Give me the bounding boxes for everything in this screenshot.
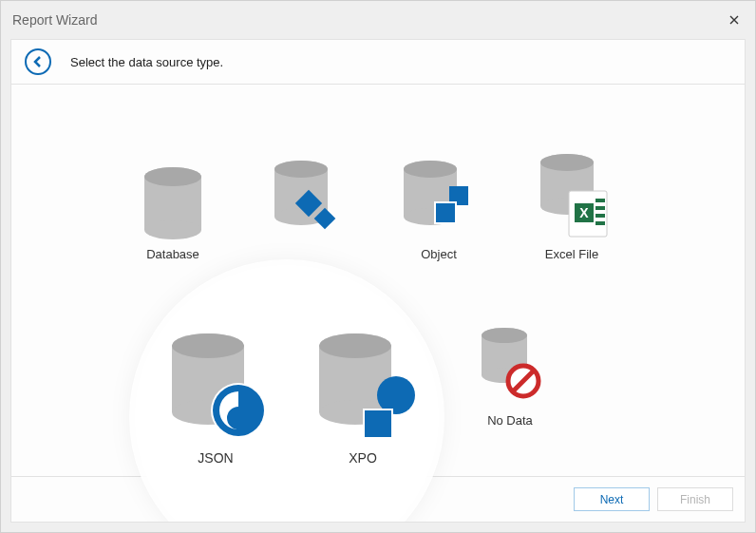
svg-point-7 (274, 161, 328, 178)
tile-label: Excel File (505, 247, 638, 261)
svg-text:X: X (579, 205, 589, 220)
wizard-window: Report Wizard Select the data source typ… (0, 0, 756, 533)
svg-point-31 (482, 328, 527, 343)
titlebar: Report Wizard (1, 1, 755, 39)
excel-icon: X (527, 151, 617, 241)
tile-label: Object (372, 247, 505, 261)
finish-button: Finish (657, 487, 733, 511)
close-button[interactable] (725, 12, 744, 28)
content-panel: Select the data source type. Database (10, 39, 746, 523)
svg-point-3 (144, 167, 201, 186)
header-bar: Select the data source type. (11, 40, 745, 85)
tile-label: XPO (292, 450, 434, 466)
tile-xpo[interactable]: XPO (292, 327, 434, 466)
svg-point-44 (319, 333, 391, 358)
svg-point-20 (540, 154, 594, 171)
window-title: Report Wizard (12, 12, 97, 28)
svg-point-13 (404, 161, 457, 178)
next-button[interactable]: Next (574, 487, 650, 511)
close-icon (729, 15, 739, 25)
tile-excel[interactable]: X Excel File (505, 151, 638, 261)
tile-label: JSON (144, 450, 287, 466)
tile-label: Database (106, 247, 239, 261)
svg-rect-47 (365, 410, 391, 437)
tile-json[interactable]: JSON (144, 327, 287, 466)
instruction-text: Select the data source type. (70, 55, 223, 69)
xpo-icon (306, 327, 420, 441)
svg-point-38 (172, 333, 244, 358)
svg-rect-27 (595, 221, 605, 225)
svg-rect-24 (595, 199, 605, 202)
back-button[interactable] (25, 48, 51, 75)
tile-database[interactable]: Database (106, 151, 239, 261)
ef-icon (261, 151, 351, 241)
svg-point-2 (144, 220, 201, 239)
tile-label: No Data (444, 413, 576, 428)
nodata-icon (465, 317, 556, 408)
svg-rect-26 (595, 214, 605, 218)
json-icon (159, 327, 273, 441)
tile-object[interactable]: Object (372, 151, 505, 261)
tile-ef[interactable]: Entity Framework (239, 151, 372, 261)
object-icon (394, 151, 484, 241)
tiles-area: Database (11, 85, 745, 476)
zoom-highlight: JSON XPO (135, 265, 439, 523)
database-icon (128, 151, 218, 241)
svg-rect-25 (595, 206, 605, 210)
svg-rect-16 (436, 203, 455, 222)
tile-nodata[interactable]: No Data (444, 317, 576, 428)
arrow-left-icon (31, 55, 45, 68)
